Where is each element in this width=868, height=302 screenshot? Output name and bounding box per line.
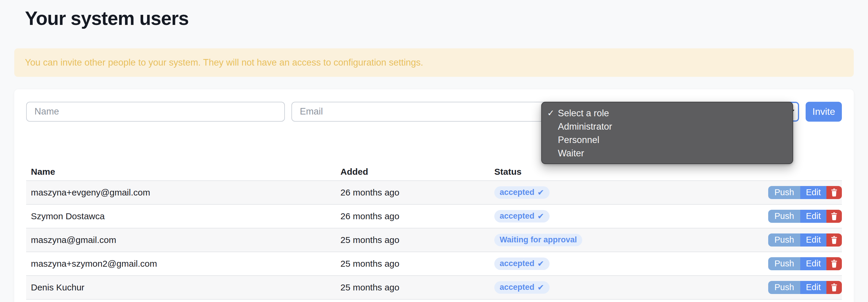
- trash-icon: [830, 236, 838, 244]
- delete-button[interactable]: [827, 186, 842, 199]
- users-table: Name Added Status maszyna+evgeny@gmail.c…: [26, 163, 842, 300]
- delete-button[interactable]: [827, 257, 842, 270]
- row-actions: Push Edit: [768, 186, 842, 199]
- menu-item-label: Personnel: [558, 135, 599, 145]
- trash-icon: [830, 283, 838, 292]
- row-actions: Push Edit: [768, 257, 842, 270]
- status-text: Waiting for approval: [500, 235, 577, 244]
- table-row: Denis Kuchur 25 months ago accepted ✔ Pu…: [26, 276, 842, 299]
- status-badge: accepted ✔: [494, 258, 550, 270]
- user-added: 26 months ago: [336, 181, 490, 204]
- user-name: maszyna+evgeny@gmail.com: [26, 181, 336, 204]
- table-row: maszyna+evgeny@gmail.com 26 months ago a…: [26, 181, 842, 204]
- status-badge: accepted ✔: [494, 186, 550, 199]
- status-text: accepted: [500, 259, 534, 268]
- name-input[interactable]: [26, 102, 285, 122]
- row-actions: Push Edit: [768, 210, 842, 223]
- check-icon: ✔: [537, 283, 544, 292]
- column-header-added: Added: [336, 163, 490, 181]
- delete-button[interactable]: [827, 281, 842, 294]
- edit-button[interactable]: Edit: [800, 257, 827, 270]
- check-icon: ✔: [537, 259, 544, 268]
- push-button[interactable]: Push: [768, 281, 800, 294]
- user-added: 26 months ago: [336, 204, 490, 228]
- push-button[interactable]: Push: [768, 186, 800, 199]
- table-row: maszyna+szymon2@gmail.com 25 months ago …: [26, 252, 842, 276]
- user-added: 25 months ago: [336, 252, 490, 276]
- menu-item-administrator[interactable]: Administrator: [542, 120, 793, 133]
- menu-item-label: Select a role: [558, 108, 609, 119]
- user-name: maszyna@gmail.com: [26, 228, 336, 252]
- menu-item-label: Waiter: [558, 148, 584, 159]
- check-icon: ✔: [537, 188, 544, 197]
- table-header-row: Name Added Status: [26, 163, 842, 181]
- status-text: accepted: [500, 283, 534, 292]
- delete-button[interactable]: [827, 210, 842, 223]
- invite-button[interactable]: Invite: [806, 102, 842, 122]
- table-row: maszyna@gmail.com 25 months ago Waiting …: [26, 228, 842, 252]
- table-row: Szymon Dostawca 26 months ago accepted ✔…: [26, 204, 842, 228]
- user-name: maszyna+szymon2@gmail.com: [26, 252, 336, 276]
- status-badge: Waiting for approval ✔: [494, 234, 582, 246]
- column-header-status: Status: [490, 163, 656, 181]
- check-icon: ✔: [537, 211, 544, 221]
- push-button[interactable]: Push: [768, 257, 800, 270]
- column-header-name: Name: [26, 163, 336, 181]
- invite-info-alert-text: You can invite other people to your syst…: [25, 57, 423, 68]
- status-badge: accepted ✔: [494, 210, 550, 223]
- push-button[interactable]: Push: [768, 210, 800, 223]
- invite-info-alert: You can invite other people to your syst…: [14, 48, 854, 77]
- edit-button[interactable]: Edit: [800, 210, 827, 223]
- user-name: Szymon Dostawca: [26, 204, 336, 228]
- menu-item-label: Administrator: [558, 121, 612, 132]
- menu-item-personnel[interactable]: Personnel: [542, 133, 793, 146]
- user-name: Denis Kuchur: [26, 276, 336, 299]
- trash-icon: [830, 260, 838, 268]
- trash-icon: [830, 189, 838, 197]
- user-added: 25 months ago: [336, 228, 490, 252]
- push-button[interactable]: Push: [768, 233, 800, 246]
- menu-item-select-a-role[interactable]: ✓ Select a role: [542, 106, 793, 120]
- status-text: accepted: [500, 211, 534, 221]
- status-badge: accepted ✔: [494, 281, 550, 294]
- status-text: accepted: [500, 188, 534, 197]
- column-header-actions: [656, 163, 842, 181]
- trash-icon: [830, 212, 838, 221]
- edit-button[interactable]: Edit: [800, 281, 827, 294]
- row-actions: Push Edit: [768, 281, 842, 294]
- email-input[interactable]: [291, 102, 550, 122]
- role-dropdown-menu: ✓ Select a role Administrator Personnel …: [541, 102, 793, 164]
- page-title: Your system users: [25, 7, 868, 30]
- check-icon: ✓: [547, 106, 554, 120]
- user-added: 25 months ago: [336, 276, 490, 299]
- row-actions: Push Edit: [768, 233, 842, 246]
- delete-button[interactable]: [827, 233, 842, 246]
- edit-button[interactable]: Edit: [800, 186, 827, 199]
- edit-button[interactable]: Edit: [800, 233, 827, 246]
- menu-item-waiter[interactable]: Waiter: [542, 146, 793, 160]
